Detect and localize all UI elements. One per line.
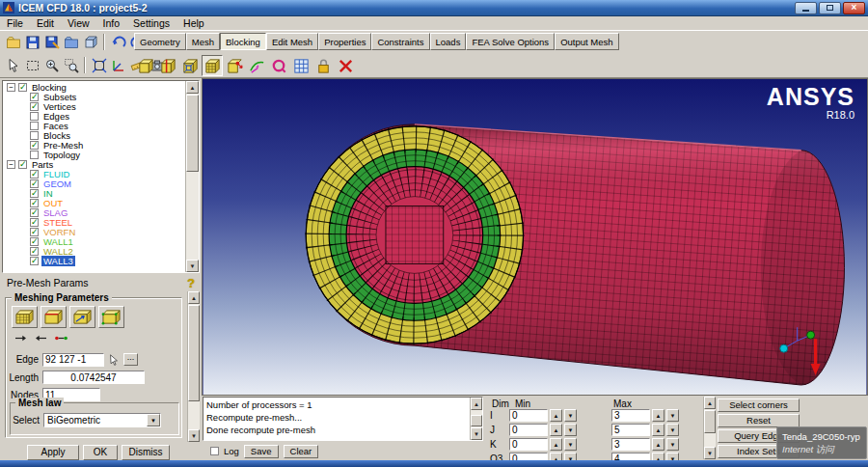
tree-node-blocking[interactable]: Blocking — [4, 82, 184, 92]
visibility-checkbox[interactable] — [30, 228, 39, 236]
k-min-increment-button[interactable] — [550, 438, 562, 451]
mesh-type-button-4[interactable] — [98, 306, 124, 328]
menu-info[interactable]: Info — [96, 17, 127, 29]
scroll-down-button[interactable] — [188, 429, 200, 442]
associate-edge-button[interactable] — [246, 55, 267, 76]
tab-constraints[interactable]: Constraints — [371, 33, 429, 50]
tree-node-subsets[interactable]: Subsets — [4, 92, 184, 101]
close-button[interactable]: × — [843, 2, 865, 14]
tree-node-part-fluid[interactable]: FLUID — [4, 169, 184, 179]
tree-node-part-vorfn[interactable]: VORFN — [4, 227, 184, 236]
scroll-thumb[interactable] — [188, 305, 200, 401]
create-block-button[interactable] — [135, 55, 156, 76]
apply-button[interactable]: Apply — [27, 445, 79, 460]
visibility-checkbox[interactable] — [30, 257, 39, 265]
scroll-thumb[interactable] — [704, 410, 716, 433]
visibility-checkbox[interactable] — [18, 160, 27, 169]
length-input[interactable] — [42, 371, 145, 384]
menu-settings[interactable]: Settings — [126, 17, 176, 29]
log-checkbox[interactable] — [210, 447, 219, 455]
visibility-checkbox[interactable] — [18, 83, 27, 92]
edge-browse-button[interactable]: ... — [123, 353, 138, 366]
menu-view[interactable]: View — [61, 17, 96, 29]
mesh-law-dropdown[interactable]: BiGeometric — [43, 413, 161, 427]
j-max-input[interactable] — [611, 424, 650, 436]
edge-pick-button[interactable] — [106, 352, 122, 367]
visibility-checkbox[interactable] — [30, 208, 39, 217]
log-save-button[interactable]: Save — [244, 445, 279, 458]
i-min-decrement-button[interactable] — [564, 409, 577, 422]
mesh-type-button-1[interactable] — [12, 306, 38, 328]
scroll-down-button[interactable] — [471, 427, 482, 440]
open-geometry-button[interactable] — [62, 33, 80, 51]
axes-view-button[interactable] — [109, 56, 127, 74]
k-max-increment-button[interactable] — [652, 438, 665, 451]
j-min-decrement-button[interactable] — [564, 424, 577, 436]
visibility-checkbox[interactable] — [30, 102, 39, 111]
delete-block-button[interactable] — [335, 55, 356, 76]
tab-geometry[interactable]: Geometry — [134, 33, 186, 50]
zoom-in-button[interactable] — [42, 56, 61, 74]
reset-button[interactable]: Reset — [718, 414, 800, 427]
i-max-decrement-button[interactable] — [666, 409, 679, 422]
import-model-button[interactable] — [81, 33, 99, 51]
i-min-input[interactable] — [509, 409, 548, 422]
edge-ends-icon[interactable] — [54, 333, 68, 343]
tree-node-part-geom[interactable]: GEOM — [4, 179, 184, 188]
tab-output-mesh[interactable]: Output Mesh — [555, 33, 618, 50]
split-block-button[interactable] — [157, 55, 178, 76]
menu-edit[interactable]: Edit — [30, 17, 61, 29]
visibility-checkbox[interactable] — [30, 122, 39, 130]
move-vertex-button[interactable] — [224, 55, 245, 76]
ogrid-block-button[interactable] — [179, 55, 201, 76]
freeze-block-button[interactable] — [312, 55, 334, 76]
i-max-increment-button[interactable] — [652, 409, 665, 422]
maximize-button[interactable] — [819, 2, 841, 14]
scroll-down-button[interactable] — [704, 447, 716, 459]
tab-fea-solve-options[interactable]: FEA Solve Options — [466, 33, 555, 50]
tree-node-pre-mesh[interactable]: Pre-Mesh — [4, 140, 184, 150]
tree-node-topology[interactable]: Topology — [4, 150, 184, 159]
select-corners-button[interactable]: Select corners — [718, 398, 800, 412]
visibility-checkbox[interactable] — [30, 112, 39, 121]
collapse-icon[interactable] — [7, 160, 15, 169]
tree-node-part-in[interactable]: IN — [4, 188, 184, 198]
visibility-checkbox[interactable] — [30, 237, 39, 246]
ok-button[interactable]: OK — [83, 445, 118, 460]
menu-file[interactable]: File — [0, 17, 30, 29]
edge-direction-icon[interactable] — [14, 333, 28, 343]
tab-properties[interactable]: Properties — [318, 33, 371, 50]
k-min-input[interactable] — [509, 438, 548, 451]
scroll-thumb[interactable] — [186, 95, 199, 172]
visibility-checkbox[interactable] — [30, 93, 39, 101]
tab-mesh[interactable]: Mesh — [186, 33, 220, 50]
dismiss-button[interactable]: Dismiss — [122, 445, 170, 460]
scroll-up-button[interactable] — [188, 291, 200, 304]
i-min-increment-button[interactable] — [550, 409, 562, 422]
tree-node-edges[interactable]: Edges — [4, 111, 184, 121]
tree-node-part-slag[interactable]: SLAG — [4, 207, 184, 217]
minimize-button[interactable] — [795, 2, 817, 14]
tab-edit-mesh[interactable]: Edit Mesh — [266, 33, 318, 50]
visibility-checkbox[interactable] — [30, 131, 39, 140]
collapse-icon[interactable] — [7, 83, 15, 92]
tree-node-vertices[interactable]: Vertices — [4, 101, 184, 111]
visibility-checkbox[interactable] — [30, 141, 39, 150]
tree-scrollbar[interactable] — [185, 81, 199, 272]
k-max-decrement-button[interactable] — [666, 438, 679, 451]
k-min-decrement-button[interactable] — [564, 438, 577, 451]
tree-node-part-steel[interactable]: STEEL — [4, 217, 184, 227]
j-min-input[interactable] — [509, 424, 548, 436]
j-min-increment-button[interactable] — [550, 424, 562, 436]
tree-node-part-out[interactable]: OUT — [4, 198, 184, 207]
scroll-up-button[interactable] — [471, 398, 482, 410]
select-pointer-button[interactable] — [4, 56, 22, 74]
scroll-thumb[interactable] — [471, 415, 482, 426]
scroll-down-button[interactable] — [186, 260, 199, 272]
params-scrollbar[interactable] — [187, 291, 200, 442]
tab-blocking[interactable]: Blocking — [220, 33, 266, 50]
index-scrollbar[interactable] — [703, 397, 716, 459]
visibility-checkbox[interactable] — [30, 189, 39, 198]
visibility-checkbox[interactable] — [30, 170, 39, 179]
tree-node-blocks[interactable]: Blocks — [4, 130, 184, 140]
